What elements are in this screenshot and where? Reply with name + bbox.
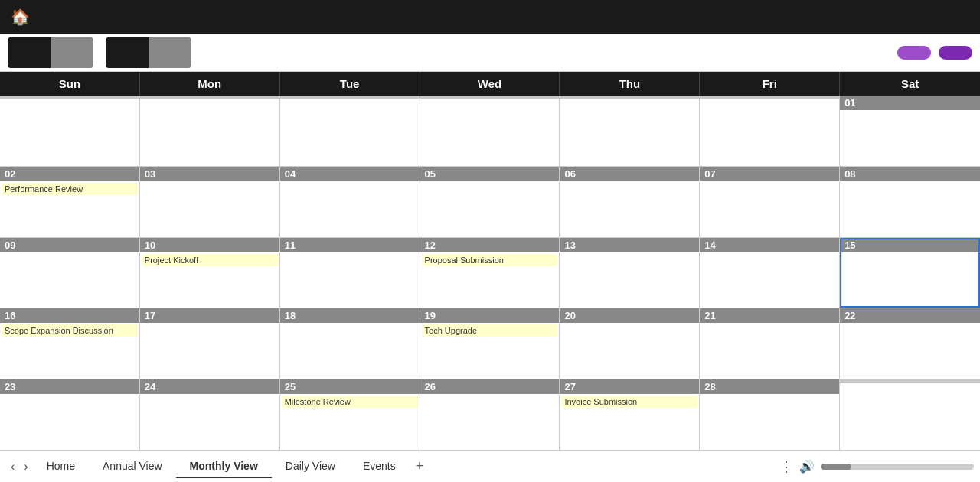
show-events-button[interactable] bbox=[939, 46, 972, 60]
cal-header-fri: Fri bbox=[700, 72, 840, 96]
cal-event[interactable]: Project Kickoff bbox=[142, 254, 278, 266]
cal-header-wed: Wed bbox=[420, 72, 560, 96]
cal-cell-11[interactable]: 11 bbox=[280, 238, 420, 308]
cal-week-0: 01 bbox=[0, 96, 980, 167]
tab-prev-button[interactable]: ‹ bbox=[6, 457, 19, 477]
cal-day-num-empty bbox=[840, 379, 980, 383]
cal-cell-08[interactable]: 08 bbox=[840, 167, 980, 237]
cal-week-4: 232425Milestone Review2627Invoice Submis… bbox=[0, 379, 980, 450]
cal-cell-empty-6[interactable] bbox=[840, 379, 980, 450]
cal-day-num-empty bbox=[560, 96, 699, 99]
cal-cell-20[interactable]: 20 bbox=[560, 308, 700, 379]
tab-item-annual-view[interactable]: Annual View bbox=[89, 455, 176, 478]
cal-day-num: 05 bbox=[420, 167, 560, 181]
tab-item-daily-view[interactable]: Daily View bbox=[272, 455, 349, 478]
tab-item-events[interactable]: Events bbox=[349, 455, 410, 478]
year-label bbox=[106, 37, 149, 68]
cal-day-num-empty bbox=[700, 96, 839, 99]
cal-cell-empty-1[interactable] bbox=[140, 96, 280, 166]
cal-day-num: 18 bbox=[280, 308, 420, 323]
cal-day-num: 13 bbox=[560, 238, 699, 252]
cal-cell-empty-5[interactable] bbox=[700, 96, 840, 166]
cal-cell-empty-4[interactable] bbox=[560, 96, 700, 166]
controls-bar bbox=[0, 34, 980, 72]
cal-day-num: 11 bbox=[280, 238, 420, 252]
tab-add-button[interactable]: + bbox=[410, 455, 430, 477]
cal-cell-02[interactable]: 02Performance Review bbox=[0, 167, 140, 237]
cal-cell-19[interactable]: 19Tech Upgrade bbox=[420, 308, 560, 379]
home-icon[interactable]: 🏠 bbox=[11, 8, 30, 26]
add-new-button[interactable] bbox=[897, 46, 931, 60]
cal-event[interactable]: Proposal Submission bbox=[422, 254, 558, 266]
calendar: SunMonTueWedThuFriSat 0102Performance Re… bbox=[0, 72, 980, 450]
cal-day-num: 17 bbox=[140, 308, 279, 323]
cal-day-num: 26 bbox=[420, 379, 560, 394]
cal-cell-12[interactable]: 12Proposal Submission bbox=[420, 238, 560, 308]
cal-cell-21[interactable]: 21 bbox=[700, 308, 840, 379]
tab-item-monthly-view[interactable]: Monthly View bbox=[176, 455, 272, 478]
cal-header-mon: Mon bbox=[140, 72, 280, 96]
cal-cell-empty-0[interactable] bbox=[0, 96, 140, 166]
cal-cell-04[interactable]: 04 bbox=[280, 167, 420, 237]
cal-header-sun: Sun bbox=[0, 72, 140, 96]
cal-day-num: 07 bbox=[700, 167, 839, 181]
tab-scroll-thumb bbox=[821, 464, 851, 470]
cal-day-num: 24 bbox=[140, 379, 279, 394]
cal-event[interactable]: Invoice Submission bbox=[561, 396, 697, 408]
cal-event[interactable]: Milestone Review bbox=[282, 396, 418, 408]
cal-cell-15[interactable]: 15 bbox=[840, 238, 980, 308]
cal-week-3: 16Scope Expansion Discussion171819Tech U… bbox=[0, 308, 980, 379]
cal-cell-28[interactable]: 28 bbox=[700, 379, 840, 450]
cal-cell-10[interactable]: 10Project Kickoff bbox=[140, 238, 280, 308]
cal-day-num: 12 bbox=[420, 238, 560, 252]
cal-day-num: 09 bbox=[0, 238, 139, 252]
cal-cell-27[interactable]: 27Invoice Submission bbox=[560, 379, 700, 450]
month-value[interactable] bbox=[51, 37, 93, 68]
cal-day-num: 15 bbox=[840, 238, 980, 252]
cal-cell-17[interactable]: 17 bbox=[140, 308, 280, 379]
tab-list: HomeAnnual ViewMonthly ViewDaily ViewEve… bbox=[33, 455, 410, 478]
cal-day-num: 22 bbox=[840, 308, 980, 323]
cal-day-num-empty bbox=[420, 96, 560, 99]
cal-cell-05[interactable]: 05 bbox=[420, 167, 560, 237]
cal-event[interactable]: Performance Review bbox=[2, 183, 138, 195]
cal-cell-26[interactable]: 26 bbox=[420, 379, 560, 450]
cal-cell-13[interactable]: 13 bbox=[560, 238, 700, 308]
cal-cell-03[interactable]: 03 bbox=[140, 167, 280, 237]
cal-day-num: 03 bbox=[140, 167, 279, 181]
volume-icon: 🔊 bbox=[799, 459, 815, 474]
cal-day-num: 23 bbox=[0, 379, 139, 394]
cal-event[interactable]: Tech Upgrade bbox=[422, 324, 558, 337]
cal-event[interactable]: Scope Expansion Discussion bbox=[2, 324, 138, 337]
cal-cell-14[interactable]: 14 bbox=[700, 238, 840, 308]
cal-day-num-empty bbox=[280, 96, 420, 99]
cal-cell-18[interactable]: 18 bbox=[280, 308, 420, 379]
cal-day-num: 25 bbox=[280, 379, 420, 394]
cal-header-tue: Tue bbox=[280, 72, 420, 96]
cal-day-num: 04 bbox=[280, 167, 420, 181]
tab-scroll-bar[interactable] bbox=[821, 464, 974, 470]
tab-next-button[interactable]: › bbox=[19, 457, 32, 477]
cal-cell-23[interactable]: 23 bbox=[0, 379, 140, 450]
cal-day-num: 06 bbox=[560, 167, 699, 181]
cal-day-num: 02 bbox=[0, 167, 139, 181]
cal-day-num-empty bbox=[140, 96, 279, 99]
cal-cell-01[interactable]: 01 bbox=[840, 96, 980, 166]
cal-day-num: 28 bbox=[700, 379, 839, 394]
cal-cell-22[interactable]: 22 bbox=[840, 308, 980, 379]
cal-cell-empty-3[interactable] bbox=[420, 96, 560, 166]
top-bar: 🏠 bbox=[0, 0, 980, 34]
cal-day-num: 21 bbox=[700, 308, 839, 323]
year-value[interactable] bbox=[149, 37, 191, 68]
cal-cell-07[interactable]: 07 bbox=[700, 167, 840, 237]
cal-cell-06[interactable]: 06 bbox=[560, 167, 700, 237]
cal-cell-09[interactable]: 09 bbox=[0, 238, 140, 308]
tab-menu-icon[interactable]: ⋮ bbox=[779, 458, 793, 475]
cal-day-num: 01 bbox=[840, 96, 980, 110]
cal-cell-16[interactable]: 16Scope Expansion Discussion bbox=[0, 308, 140, 379]
cal-cell-25[interactable]: 25Milestone Review bbox=[280, 379, 420, 450]
cal-day-num: 08 bbox=[840, 167, 980, 181]
cal-cell-24[interactable]: 24 bbox=[140, 379, 280, 450]
tab-item-home[interactable]: Home bbox=[33, 455, 89, 478]
cal-cell-empty-2[interactable] bbox=[280, 96, 420, 166]
